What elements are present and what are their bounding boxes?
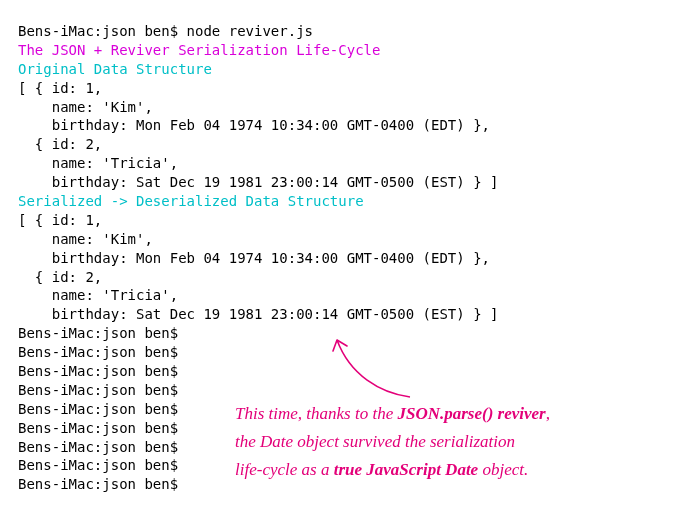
terminal-prompt[interactable]: Bens-iMac:json ben$ <box>18 343 682 362</box>
annotation-segment: This time, thanks to the <box>235 404 397 423</box>
data-line: [ { id: 1, <box>18 211 682 230</box>
data-line: name: 'Tricia', <box>18 154 682 173</box>
annotation-text: This time, thanks to the JSON.parse() re… <box>235 400 665 484</box>
terminal-prompt[interactable]: Bens-iMac:json ben$ <box>18 362 682 381</box>
annotation-segment: the Date object survived the serializati… <box>235 428 665 456</box>
data-line: birthday: Sat Dec 19 1981 23:00:14 GMT-0… <box>18 305 682 324</box>
annotation-bold: true JavaScript Date <box>334 460 479 479</box>
data-line: birthday: Sat Dec 19 1981 23:00:14 GMT-0… <box>18 173 682 192</box>
data-line: name: 'Kim', <box>18 98 682 117</box>
data-line: birthday: Mon Feb 04 1974 10:34:00 GMT-0… <box>18 249 682 268</box>
heading-original: Original Data Structure <box>18 60 682 79</box>
heading-serialized: Serialized -> Deserialized Data Structur… <box>18 192 682 211</box>
terminal-prompt[interactable]: Bens-iMac:json ben$ <box>18 381 682 400</box>
data-line: { id: 2, <box>18 135 682 154</box>
annotation-segment: , <box>546 404 550 423</box>
title-line: The JSON + Reviver Serialization Life-Cy… <box>18 41 682 60</box>
annotation-segment: life-cycle as a <box>235 460 334 479</box>
data-line: { id: 2, <box>18 268 682 287</box>
annotation-bold: JSON.parse() reviver <box>397 404 545 423</box>
data-line: birthday: Mon Feb 04 1974 10:34:00 GMT-0… <box>18 116 682 135</box>
data-line: name: 'Kim', <box>18 230 682 249</box>
terminal-command: Bens-iMac:json ben$ node reviver.js <box>18 22 682 41</box>
annotation-segment: object. <box>478 460 528 479</box>
terminal-prompt[interactable]: Bens-iMac:json ben$ <box>18 324 682 343</box>
data-line: [ { id: 1, <box>18 79 682 98</box>
data-line: name: 'Tricia', <box>18 286 682 305</box>
